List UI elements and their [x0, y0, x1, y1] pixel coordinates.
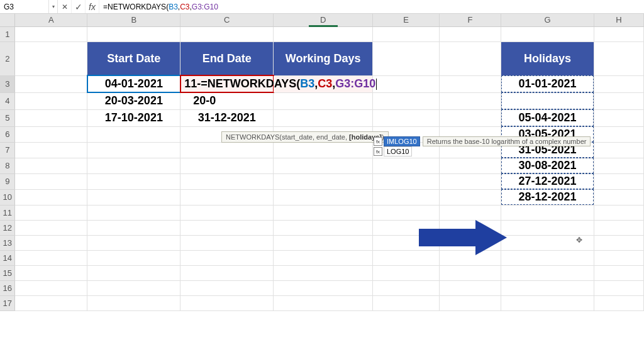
cell[interactable]	[15, 126, 87, 142]
cell[interactable]	[180, 220, 274, 235]
cell[interactable]	[594, 109, 643, 126]
cell[interactable]	[594, 41, 643, 75]
cell[interactable]	[87, 205, 180, 220]
formula-input[interactable]: =NETWORKDAYS(B3,C3,G3:G10	[99, 3, 644, 11]
cell[interactable]	[440, 189, 501, 205]
cell[interactable]	[501, 280, 594, 295]
cell[interactable]	[274, 158, 373, 173]
spreadsheet-grid[interactable]: A B C D E F G H 1 2 Start Date End Date …	[0, 14, 644, 311]
cell[interactable]	[594, 250, 643, 265]
name-box-dropdown-icon[interactable]: ▾	[49, 0, 58, 13]
row-head[interactable]: 10	[0, 189, 15, 205]
select-all-corner[interactable]	[0, 14, 15, 26]
cell[interactable]	[373, 189, 440, 205]
col-head-b[interactable]: B	[87, 14, 180, 26]
cell[interactable]	[440, 205, 501, 220]
cell[interactable]	[15, 205, 87, 220]
cell[interactable]	[180, 235, 274, 250]
cell[interactable]	[501, 250, 594, 265]
cell[interactable]	[180, 142, 274, 158]
cell[interactable]	[373, 280, 440, 295]
row-head[interactable]: 13	[0, 235, 15, 250]
row-head[interactable]: 17	[0, 295, 15, 310]
confirm-icon[interactable]: ✓	[72, 0, 86, 13]
function-autocomplete[interactable]: fx IMLOG10 Returns the base-10 logarithm…	[374, 136, 591, 156]
cell-b3[interactable]: 04-01-2021	[87, 75, 180, 92]
cell[interactable]	[440, 158, 501, 173]
cell[interactable]	[501, 205, 594, 220]
cell[interactable]	[440, 26, 501, 41]
cell[interactable]	[180, 189, 274, 205]
cell[interactable]	[180, 205, 274, 220]
cell[interactable]	[373, 26, 440, 41]
cell[interactable]	[594, 265, 643, 280]
row-head[interactable]: 7	[0, 142, 15, 158]
header-end-date[interactable]: End Date	[180, 41, 274, 75]
row-head[interactable]: 9	[0, 173, 15, 189]
cell-c3-editing[interactable]: 11-=NETWORKDAYS(B3,C3,G3:G10	[180, 75, 274, 92]
cell[interactable]	[15, 26, 87, 41]
cell[interactable]	[87, 295, 180, 310]
cell[interactable]	[373, 205, 440, 220]
cell[interactable]	[501, 295, 594, 310]
name-box[interactable]: G3	[0, 0, 49, 13]
cell[interactable]	[15, 280, 87, 295]
cell[interactable]	[440, 109, 501, 126]
cell[interactable]	[594, 92, 643, 109]
cell-g8[interactable]: 30-08-2021	[501, 158, 594, 173]
cell[interactable]	[373, 75, 440, 92]
cell[interactable]	[274, 142, 373, 158]
cell[interactable]	[87, 220, 180, 235]
row-head[interactable]: 8	[0, 158, 15, 173]
cell[interactable]	[594, 75, 643, 92]
cell[interactable]	[440, 173, 501, 189]
cell-g5[interactable]: 05-04-2021	[501, 109, 594, 126]
row-head[interactable]: 12	[0, 220, 15, 235]
row-head[interactable]: 5	[0, 109, 15, 126]
cell[interactable]	[501, 26, 594, 41]
cell[interactable]	[15, 158, 87, 173]
cell[interactable]	[594, 220, 643, 235]
row-head[interactable]: 3	[0, 75, 15, 92]
cell[interactable]	[501, 220, 594, 235]
cell[interactable]	[594, 205, 643, 220]
cell[interactable]	[594, 235, 643, 250]
cell[interactable]	[274, 173, 373, 189]
cell-c5[interactable]: 31-12-2021	[180, 109, 274, 126]
row-head[interactable]: 6	[0, 126, 15, 142]
cell[interactable]	[373, 265, 440, 280]
header-start-date[interactable]: Start Date	[87, 41, 180, 75]
row-head[interactable]: 4	[0, 92, 15, 109]
cell[interactable]	[15, 142, 87, 158]
header-working-days[interactable]: Working Days	[274, 41, 373, 75]
cell[interactable]	[594, 280, 643, 295]
row-head[interactable]: 1	[0, 26, 15, 41]
cell[interactable]	[15, 189, 87, 205]
cell-d5[interactable]	[274, 109, 373, 126]
cell[interactable]	[15, 41, 87, 75]
cell[interactable]	[87, 235, 180, 250]
cell[interactable]	[274, 265, 373, 280]
header-holidays[interactable]: Holidays	[501, 41, 594, 75]
cell[interactable]	[440, 41, 501, 75]
row-head[interactable]: 14	[0, 250, 15, 265]
cell[interactable]	[373, 158, 440, 173]
cell[interactable]	[15, 265, 87, 280]
cell-g3[interactable]: 01-01-2021	[501, 75, 594, 92]
col-head-h[interactable]: H	[594, 14, 643, 26]
cell[interactable]	[594, 189, 643, 205]
cell[interactable]	[180, 265, 274, 280]
cell[interactable]	[440, 75, 501, 92]
cell[interactable]	[594, 126, 643, 142]
cell[interactable]	[15, 295, 87, 310]
cell[interactable]	[594, 173, 643, 189]
cell[interactable]	[15, 220, 87, 235]
cell[interactable]	[274, 250, 373, 265]
cell[interactable]	[594, 26, 643, 41]
cell[interactable]	[87, 26, 180, 41]
cell[interactable]	[373, 295, 440, 310]
cell[interactable]	[180, 250, 274, 265]
fx-icon[interactable]: fx	[86, 0, 99, 13]
cell[interactable]	[440, 92, 501, 109]
cell[interactable]	[87, 142, 180, 158]
